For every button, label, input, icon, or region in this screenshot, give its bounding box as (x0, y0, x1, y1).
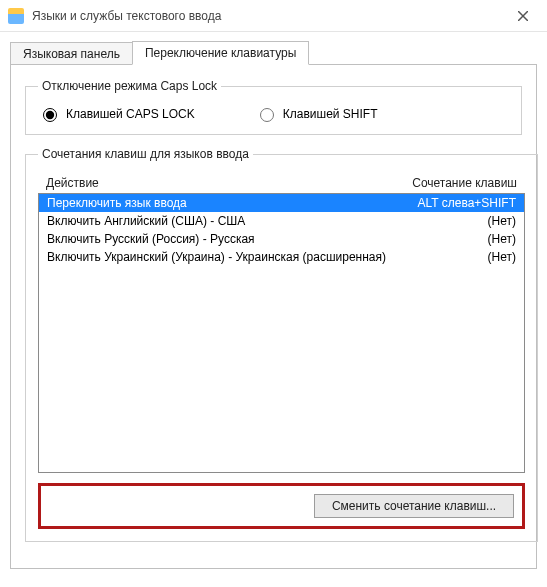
tab-language-panel[interactable]: Языковая панель (10, 42, 133, 65)
radio-shift-input[interactable] (260, 108, 274, 122)
capslock-group: Отключение режима Caps Lock Клавишей CAP… (25, 79, 522, 135)
close-icon (518, 11, 528, 21)
hotkeys-group: Сочетания клавиш для языков ввода Действ… (25, 147, 538, 542)
list-item[interactable]: Переключить язык вводаALT слева+SHIFT (39, 194, 524, 212)
change-hotkey-button[interactable]: Сменить сочетание клавиш... (314, 494, 514, 518)
window-title: Языки и службы текстового ввода (32, 9, 507, 23)
list-item-action: Включить Русский (Россия) - Русская (47, 232, 386, 246)
hotkeys-legend: Сочетания клавиш для языков ввода (38, 147, 253, 161)
capslock-legend: Отключение режима Caps Lock (38, 79, 221, 93)
list-item-action: Включить Английский (США) - США (47, 214, 386, 228)
tabs: Языковая панель Переключение клавиатуры (10, 38, 537, 64)
app-icon (8, 8, 24, 24)
list-item-combo: (Нет) (386, 250, 516, 264)
radio-capslock-label: Клавишей CAPS LOCK (66, 107, 195, 121)
tab-keyboard-switch[interactable]: Переключение клавиатуры (132, 41, 309, 65)
close-button[interactable] (507, 4, 539, 28)
tab-panel: Отключение режима Caps Lock Клавишей CAP… (10, 64, 537, 569)
list-item[interactable]: Включить Русский (Россия) - Русская(Нет) (39, 230, 524, 248)
radio-capslock[interactable]: Клавишей CAPS LOCK (38, 105, 195, 122)
list-item[interactable]: Включить Английский (США) - США(Нет) (39, 212, 524, 230)
list-header: Действие Сочетание клавиш (38, 173, 525, 193)
radio-capslock-input[interactable] (43, 108, 57, 122)
radio-shift[interactable]: Клавишей SHIFT (255, 105, 378, 122)
list-item-combo: (Нет) (386, 232, 516, 246)
list-item[interactable]: Включить Украинский (Украина) - Украинск… (39, 248, 524, 266)
hotkeys-list[interactable]: Переключить язык вводаALT слева+SHIFTВкл… (38, 193, 525, 473)
dialog-buttons: OK Отмена Применить (0, 579, 547, 587)
highlight-box: Сменить сочетание клавиш... (38, 483, 525, 529)
list-item-combo: (Нет) (386, 214, 516, 228)
list-item-action: Переключить язык ввода (47, 196, 386, 210)
list-item-combo: ALT слева+SHIFT (386, 196, 516, 210)
titlebar: Языки и службы текстового ввода (0, 0, 547, 32)
radio-shift-label: Клавишей SHIFT (283, 107, 378, 121)
col-combo: Сочетание клавиш (387, 176, 517, 190)
list-item-action: Включить Украинский (Украина) - Украинск… (47, 250, 386, 264)
col-action: Действие (46, 176, 387, 190)
